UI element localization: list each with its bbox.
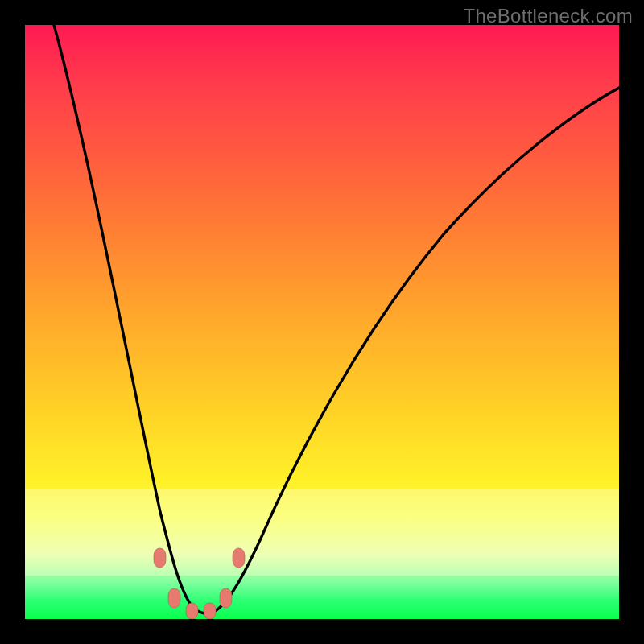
bead-right-lower <box>220 588 232 608</box>
plot-area <box>25 25 619 619</box>
outer-frame: TheBottleneck.com <box>0 0 644 644</box>
bead-bottom-2 <box>204 603 216 619</box>
bead-bottom-1 <box>186 603 198 619</box>
bead-right-upper <box>233 548 245 568</box>
bead-left-lower <box>168 588 180 608</box>
watermark-text: TheBottleneck.com <box>463 5 633 27</box>
curve-layer <box>25 25 619 619</box>
bead-group <box>154 548 245 619</box>
bottleneck-curve <box>54 25 619 613</box>
bead-left-upper <box>154 548 166 568</box>
